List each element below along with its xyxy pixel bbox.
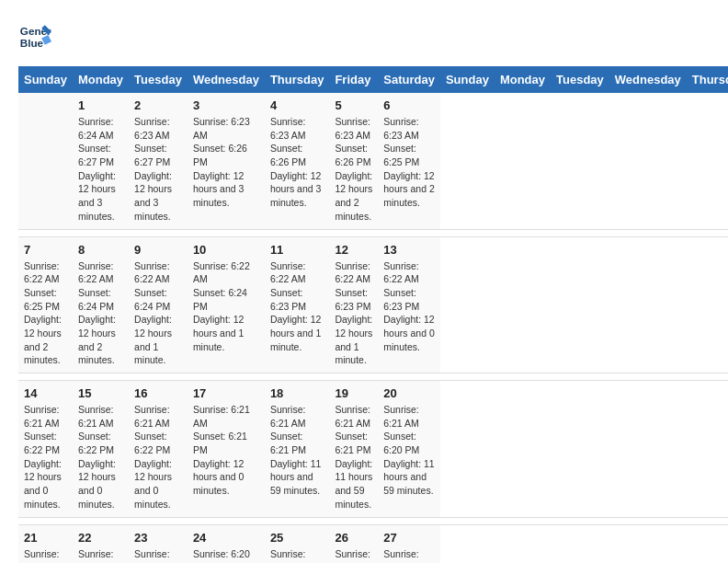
header-tuesday: Tuesday [129,66,188,93]
calendar-day-18: 18Sunrise: 6:21 AMSunset: 6:21 PMDayligh… [265,381,330,518]
calendar-day-7: 7Sunrise: 6:22 AMSunset: 6:25 PMDaylight… [18,236,73,373]
calendar-day-1: 1Sunrise: 6:24 AMSunset: 6:27 PMDaylight… [73,93,129,229]
day-info: Sunrise: 6:20 AMSunset: 6:18 PMDaylight:… [383,547,435,564]
calendar-day-24: 24Sunrise: 6:20 AMSunset: 6:19 PMDayligh… [188,524,265,563]
day-info: Sunrise: 6:21 AMSunset: 6:22 PMDaylight:… [134,403,182,511]
day-number: 9 [134,243,182,257]
week-divider [18,373,728,381]
calendar-day-10: 10Sunrise: 6:22 AMSunset: 6:24 PMDayligh… [188,236,265,373]
calendar-day-14: 14Sunrise: 6:21 AMSunset: 6:22 PMDayligh… [18,381,73,518]
day-number: 24 [193,531,259,545]
day-info: Sunrise: 6:21 AMSunset: 6:21 PMDaylight:… [193,403,259,498]
header-sunday: Sunday [440,66,495,93]
day-number: 6 [383,98,435,112]
header-tuesday: Tuesday [551,66,609,93]
day-number: 22 [78,531,123,545]
day-info: Sunrise: 6:20 AMSunset: 6:19 PMDaylight:… [270,547,324,564]
calendar-day-22: 22Sunrise: 6:21 AMSunset: 6:20 PMDayligh… [73,524,129,563]
day-info: Sunrise: 6:21 AMSunset: 6:20 PMDaylight:… [383,403,435,498]
calendar-day-20: 20Sunrise: 6:21 AMSunset: 6:20 PMDayligh… [378,381,440,518]
day-number: 12 [335,243,372,257]
header-monday: Monday [73,66,129,93]
day-number: 25 [270,531,324,545]
day-info: Sunrise: 6:23 AMSunset: 6:26 PMDaylight:… [270,115,324,210]
day-info: Sunrise: 6:20 AMSunset: 6:19 PMDaylight:… [134,547,182,564]
day-info: Sunrise: 6:24 AMSunset: 6:27 PMDaylight:… [78,115,123,224]
header-thursday: Thursday [687,66,728,93]
day-info: Sunrise: 6:23 AMSunset: 6:27 PMDaylight:… [134,115,182,224]
header-wednesday: Wednesday [609,66,687,93]
calendar-day-15: 15Sunrise: 6:21 AMSunset: 6:22 PMDayligh… [73,381,129,518]
calendar-day-17: 17Sunrise: 6:21 AMSunset: 6:21 PMDayligh… [188,381,265,518]
day-number: 5 [335,98,372,112]
header-sunday: Sunday [18,66,73,93]
day-number: 16 [134,386,182,400]
day-number: 1 [78,98,123,112]
logo-icon: General Blue [18,18,51,52]
day-info: Sunrise: 6:22 AMSunset: 6:23 PMDaylight:… [270,259,324,354]
day-number: 27 [383,531,435,545]
header-saturday: Saturday [378,66,440,93]
calendar-week-row: 21Sunrise: 6:21 AMSunset: 6:20 PMDayligh… [18,524,728,563]
day-info: Sunrise: 6:20 AMSunset: 6:18 PMDaylight:… [335,547,372,564]
calendar-day-13: 13Sunrise: 6:22 AMSunset: 6:23 PMDayligh… [378,236,440,373]
day-number: 10 [193,243,259,257]
calendar-table: SundayMondayTuesdayWednesdayThursdayFrid… [18,66,728,563]
calendar-day-12: 12Sunrise: 6:22 AMSunset: 6:23 PMDayligh… [329,236,378,373]
calendar-day-16: 16Sunrise: 6:21 AMSunset: 6:22 PMDayligh… [129,381,188,518]
day-number: 7 [24,243,67,257]
day-number: 14 [24,386,67,400]
calendar-day-21: 21Sunrise: 6:21 AMSunset: 6:20 PMDayligh… [18,524,73,563]
calendar-day-5: 5Sunrise: 6:23 AMSunset: 6:26 PMDaylight… [329,93,378,229]
day-info: Sunrise: 6:21 AMSunset: 6:22 PMDaylight:… [78,403,123,511]
day-number: 26 [335,531,372,545]
calendar-week-row: 7Sunrise: 6:22 AMSunset: 6:25 PMDaylight… [18,236,728,373]
day-number: 13 [383,243,435,257]
day-info: Sunrise: 6:23 AMSunset: 6:25 PMDaylight:… [383,115,435,210]
calendar-day-27: 27Sunrise: 6:20 AMSunset: 6:18 PMDayligh… [378,524,440,563]
day-number: 11 [270,243,324,257]
calendar-day-23: 23Sunrise: 6:20 AMSunset: 6:19 PMDayligh… [129,524,188,563]
day-number: 20 [383,386,435,400]
page-header: General Blue [18,18,710,52]
calendar-day-9: 9Sunrise: 6:22 AMSunset: 6:24 PMDaylight… [129,236,188,373]
day-number: 3 [193,98,259,112]
day-number: 15 [78,386,123,400]
day-info: Sunrise: 6:22 AMSunset: 6:23 PMDaylight:… [383,259,435,354]
day-info: Sunrise: 6:20 AMSunset: 6:19 PMDaylight:… [193,547,259,564]
day-info: Sunrise: 6:22 AMSunset: 6:24 PMDaylight:… [78,259,123,368]
calendar-day-25: 25Sunrise: 6:20 AMSunset: 6:19 PMDayligh… [265,524,330,563]
day-info: Sunrise: 6:23 AMSunset: 6:26 PMDaylight:… [193,115,259,210]
calendar-day-8: 8Sunrise: 6:22 AMSunset: 6:24 PMDaylight… [73,236,129,373]
calendar-day-2: 2Sunrise: 6:23 AMSunset: 6:27 PMDaylight… [129,93,188,229]
header-thursday: Thursday [265,66,330,93]
day-info: Sunrise: 6:22 AMSunset: 6:24 PMDaylight:… [193,259,259,354]
day-info: Sunrise: 6:21 AMSunset: 6:22 PMDaylight:… [24,403,67,511]
calendar-day-26: 26Sunrise: 6:20 AMSunset: 6:18 PMDayligh… [329,524,378,563]
day-info: Sunrise: 6:21 AMSunset: 6:21 PMDaylight:… [335,403,372,511]
day-number: 17 [193,386,259,400]
week-divider [18,229,728,236]
svg-text:Blue: Blue [20,37,44,49]
day-number: 8 [78,243,123,257]
day-info: Sunrise: 6:21 AMSunset: 6:20 PMDaylight:… [78,547,123,564]
header-friday: Friday [329,66,378,93]
day-info: Sunrise: 6:22 AMSunset: 6:25 PMDaylight:… [24,259,67,368]
calendar-day-3: 3Sunrise: 6:23 AMSunset: 6:26 PMDaylight… [188,93,265,229]
calendar-week-row: 1Sunrise: 6:24 AMSunset: 6:27 PMDaylight… [18,93,728,229]
day-info: Sunrise: 6:22 AMSunset: 6:24 PMDaylight:… [134,259,182,368]
calendar-day-6: 6Sunrise: 6:23 AMSunset: 6:25 PMDaylight… [378,93,440,229]
header-wednesday: Wednesday [188,66,265,93]
day-number: 18 [270,386,324,400]
calendar-day-11: 11Sunrise: 6:22 AMSunset: 6:23 PMDayligh… [265,236,330,373]
calendar-header-row: SundayMondayTuesdayWednesdayThursdayFrid… [18,66,728,93]
calendar-week-row: 14Sunrise: 6:21 AMSunset: 6:22 PMDayligh… [18,381,728,518]
day-info: Sunrise: 6:22 AMSunset: 6:23 PMDaylight:… [335,259,372,368]
day-number: 4 [270,98,324,112]
day-number: 21 [24,531,67,545]
day-info: Sunrise: 6:21 AMSunset: 6:21 PMDaylight:… [270,403,324,498]
header-monday: Monday [495,66,551,93]
empty-day [18,93,73,229]
day-number: 19 [335,386,372,400]
week-divider [18,517,728,524]
